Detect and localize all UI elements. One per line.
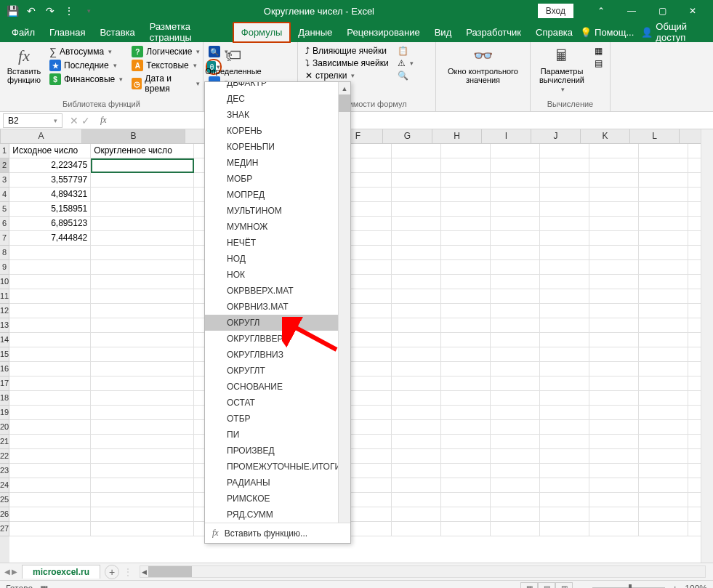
cell[interactable] (540, 318, 589, 333)
cell[interactable] (491, 275, 540, 289)
cell[interactable] (491, 246, 540, 260)
function-menu-item[interactable]: МУМНОЖ (205, 219, 350, 235)
row-header[interactable]: 11 (0, 289, 9, 304)
cell[interactable] (491, 376, 540, 391)
remove-arrows[interactable]: ✕стрелки (302, 70, 392, 81)
cell[interactable] (91, 173, 194, 188)
cell[interactable] (491, 173, 540, 188)
tab-file[interactable]: Файл (4, 23, 42, 41)
autosum-button[interactable]: ∑Автосумма (47, 45, 126, 58)
select-all-corner[interactable] (0, 129, 1, 144)
cell[interactable] (540, 347, 589, 362)
cell[interactable] (91, 231, 194, 246)
function-menu-item[interactable]: ОКРУГЛ (205, 315, 350, 331)
cell[interactable] (639, 435, 688, 449)
row-header[interactable]: 19 (0, 406, 9, 420)
zoom-out[interactable]: − (580, 584, 585, 589)
cell[interactable] (491, 188, 540, 202)
dropdown-scrollbar[interactable]: ▲ ▼ (338, 82, 350, 523)
cell[interactable] (589, 318, 639, 333)
column-header[interactable]: I (482, 129, 531, 144)
cell[interactable] (491, 347, 540, 362)
column-header[interactable]: H (432, 129, 482, 144)
redo-icon[interactable]: ↷ (42, 3, 58, 19)
cell[interactable] (392, 202, 441, 217)
cell[interactable] (639, 217, 688, 231)
function-menu-item[interactable]: РЯД.СУММ (205, 507, 350, 523)
function-menu-item[interactable]: ОКРУГЛВВЕРХ (205, 331, 350, 347)
cell[interactable] (441, 522, 491, 536)
cell[interactable] (491, 217, 540, 231)
cell[interactable] (9, 478, 91, 493)
calc-options-button[interactable]: 🖩 Параметры вычислений (535, 45, 589, 94)
show-formulas[interactable]: 📋 (395, 45, 416, 57)
function-menu-item[interactable]: РАДИАНЫ (205, 475, 350, 491)
cell[interactable]: Округленное число (91, 144, 194, 158)
cell[interactable] (91, 304, 194, 318)
cell[interactable] (441, 333, 491, 347)
cell[interactable] (9, 333, 91, 347)
cell[interactable] (639, 391, 688, 406)
sheet-nav[interactable]: ◀▶ (4, 568, 17, 576)
cell[interactable] (491, 420, 540, 435)
cell[interactable] (441, 478, 491, 493)
cell[interactable] (491, 304, 540, 318)
cell[interactable] (441, 493, 491, 507)
cell[interactable] (441, 347, 491, 362)
share-button[interactable]: 👤Общий доступ (641, 21, 703, 43)
row-header[interactable]: 24 (0, 478, 9, 493)
cell[interactable] (540, 507, 589, 522)
cell[interactable] (392, 522, 441, 536)
minimize-icon[interactable]: — (617, 0, 646, 22)
cell[interactable] (589, 347, 639, 362)
cell[interactable] (441, 217, 491, 231)
cell[interactable] (441, 507, 491, 522)
cell[interactable] (589, 362, 639, 376)
cell[interactable] (91, 347, 194, 362)
cell[interactable] (91, 406, 194, 420)
cell[interactable] (589, 289, 639, 304)
insert-function-link[interactable]: fx Вставить функцию... (205, 523, 350, 543)
cell[interactable] (589, 391, 639, 406)
function-menu-item[interactable]: ОКРУГЛТ (205, 363, 350, 379)
cell[interactable]: 4,894321 (9, 188, 91, 202)
cell[interactable] (491, 260, 540, 275)
function-menu-item[interactable]: ОСНОВАНИЕ (205, 379, 350, 395)
cell[interactable] (9, 289, 91, 304)
cell[interactable] (589, 202, 639, 217)
cell[interactable] (589, 231, 639, 246)
cell[interactable] (491, 202, 540, 217)
cell[interactable] (540, 231, 589, 246)
function-menu-item[interactable]: ОКРУГЛВНИЗ (205, 347, 350, 363)
cell[interactable] (639, 362, 688, 376)
cell[interactable] (589, 522, 639, 536)
sheet-tab[interactable]: microexcel.ru (22, 565, 100, 579)
date-button[interactable]: ◷Дата и время (129, 73, 203, 94)
cell[interactable] (540, 522, 589, 536)
cell[interactable] (589, 420, 639, 435)
trace-dependents[interactable]: ⤵Зависимые ячейки (302, 57, 392, 69)
cell[interactable] (392, 246, 441, 260)
cell[interactable] (9, 362, 91, 376)
cell[interactable] (540, 449, 589, 464)
cell[interactable] (589, 173, 639, 188)
add-sheet-button[interactable]: + (105, 565, 119, 579)
cell[interactable]: 5,158951 (9, 202, 91, 217)
cell[interactable] (589, 304, 639, 318)
cell[interactable] (441, 275, 491, 289)
cell[interactable] (540, 260, 589, 275)
cell[interactable] (9, 406, 91, 420)
cell[interactable] (540, 289, 589, 304)
cell[interactable] (491, 144, 540, 158)
vertical-scrollbar[interactable] (701, 129, 713, 563)
cell[interactable] (540, 362, 589, 376)
cell[interactable] (392, 188, 441, 202)
function-menu-item[interactable]: ОТБР (205, 411, 350, 427)
cell[interactable] (392, 260, 441, 275)
cell[interactable] (91, 260, 194, 275)
column-header[interactable]: K (581, 129, 630, 144)
cell[interactable] (540, 406, 589, 420)
cell[interactable] (91, 391, 194, 406)
row-header[interactable]: 10 (0, 275, 9, 289)
cell[interactable] (9, 507, 91, 522)
